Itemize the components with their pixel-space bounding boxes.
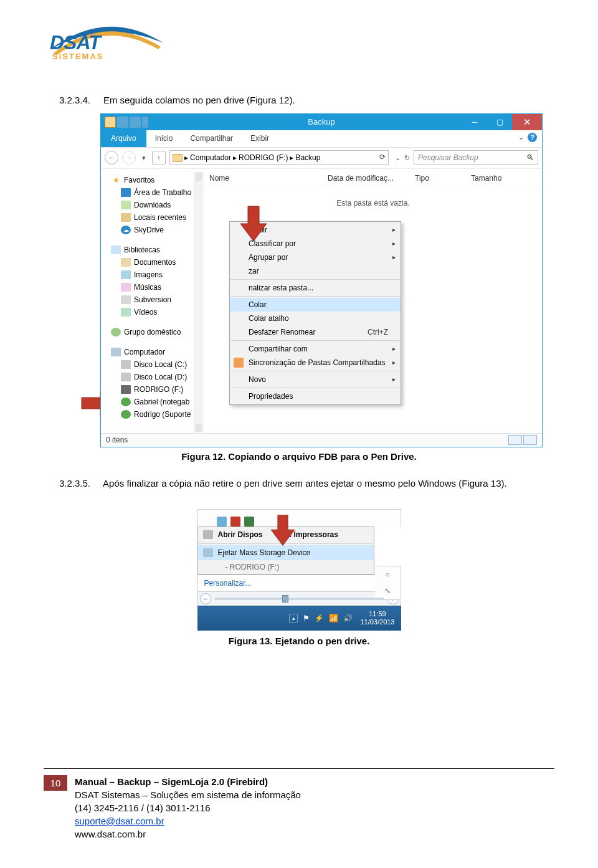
status-text: 0 itens bbox=[106, 436, 128, 444]
tree-skydrive[interactable]: ☁SkyDrive bbox=[105, 224, 204, 236]
tree-disk-c[interactable]: Disco Local (C:) bbox=[105, 358, 204, 371]
addr-dropdown-icon[interactable]: ⌄ bbox=[395, 154, 401, 162]
minimize-button[interactable]: ─ bbox=[462, 114, 487, 130]
col-name[interactable]: Nome bbox=[204, 174, 323, 183]
ribbon-view-tab[interactable]: Exibir bbox=[242, 130, 278, 147]
qat-icon[interactable] bbox=[117, 117, 128, 128]
tree-downloads[interactable]: Downloads bbox=[105, 199, 204, 211]
nav-scrollbar[interactable] bbox=[194, 172, 203, 432]
back-button[interactable]: ← bbox=[105, 151, 118, 165]
fig13-container: Abrir Dispos e Impressoras Ejetar Mass S… bbox=[197, 509, 401, 631]
qat-dropdown-icon[interactable] bbox=[142, 117, 148, 128]
taskbar-clock[interactable]: 11:59 11/03/2013 bbox=[356, 610, 398, 626]
cm-personalizar-pasta[interactable]: nalizar esta pasta... bbox=[230, 281, 401, 295]
f13-side-strip: ○ ⤡ bbox=[375, 566, 401, 600]
zoom-out-button[interactable]: − bbox=[200, 593, 211, 604]
footer-email-link[interactable]: suporte@dsat.com.br bbox=[75, 816, 164, 826]
tree-desktop[interactable]: Área de Trabalho bbox=[105, 186, 204, 199]
flag-icon[interactable]: ⚑ bbox=[303, 614, 310, 622]
expand-ribbon-icon[interactable]: ⌄ bbox=[518, 133, 524, 141]
tree-rodrigo-f[interactable]: RODRIGO (F:) bbox=[105, 383, 204, 396]
column-headers[interactable]: Nome Data de modificaç... Tipo Tamanho bbox=[204, 171, 542, 186]
logo-main: DSAT bbox=[50, 31, 100, 54]
f13-top-strip bbox=[197, 509, 401, 527]
zoom-slider[interactable]: − + bbox=[197, 592, 401, 606]
tray-expand-icon[interactable]: ▴ bbox=[289, 614, 298, 622]
breadcrumb-item[interactable]: RODRIGO (F:) bbox=[239, 153, 288, 162]
ribbon-home-tab[interactable]: Início bbox=[146, 130, 182, 147]
tree-libraries[interactable]: Bibliotecas bbox=[105, 244, 204, 256]
slider-track[interactable] bbox=[215, 598, 384, 600]
red-arrow-down-icon bbox=[239, 205, 268, 242]
context-menu: Exibir Classificar por Agrupar por zar n… bbox=[229, 221, 401, 405]
cm-novo[interactable]: Novo bbox=[230, 373, 401, 386]
help-icon[interactable]: ? bbox=[528, 133, 537, 142]
maximize-button[interactable]: ▢ bbox=[487, 114, 512, 130]
breadcrumb-sep: ▸ bbox=[184, 153, 188, 162]
slider-thumb[interactable] bbox=[282, 595, 288, 603]
breadcrumb-item[interactable]: Computador bbox=[190, 153, 231, 162]
folder-icon bbox=[173, 154, 183, 162]
col-type[interactable]: Tipo bbox=[410, 174, 466, 183]
menu-eject-subitem[interactable]: - RODRIGO (F:) bbox=[198, 560, 374, 574]
qat-icon[interactable] bbox=[130, 117, 141, 128]
title-bar[interactable]: Backup ─ ▢ ✕ bbox=[101, 114, 542, 130]
cm-colar-atalho[interactable]: Colar atalho bbox=[230, 312, 401, 325]
network-icon[interactable]: 📶 bbox=[329, 614, 338, 622]
cm-compartilhar[interactable]: Compartilhar com bbox=[230, 342, 401, 356]
tree-disk-d[interactable]: Disco Local (D:) bbox=[105, 371, 204, 383]
tree-rodrigo-suporte[interactable]: Rodrigo (Suporte bbox=[105, 408, 204, 421]
tree-homegroup[interactable]: Grupo doméstico bbox=[105, 326, 204, 338]
sec-text: Em seguida colamos no pen drive (Figura … bbox=[103, 95, 295, 105]
search-input[interactable]: Pesquisar Backup 🔍︎ bbox=[414, 150, 538, 165]
address-bar[interactable]: ▸ Computador ▸ RODRIGO (F:) ▸ Backup ⟳ bbox=[169, 150, 389, 165]
tree-computer[interactable]: Computador bbox=[105, 346, 204, 358]
col-size[interactable]: Tamanho bbox=[466, 174, 506, 183]
content-pane[interactable]: Nome Data de modificaç... Tipo Tamanho E… bbox=[204, 171, 542, 433]
tree-videos[interactable]: Vídeos bbox=[105, 306, 204, 318]
volume-icon[interactable]: 🔊 bbox=[343, 614, 353, 622]
address-bar-row: ← → ▾ ↑ ▸ Computador ▸ RODRIGO (F:) ▸ Ba… bbox=[101, 148, 542, 169]
tree-documents[interactable]: Documentos bbox=[105, 256, 204, 269]
ribbon: Arquivo Início Compartilhar Exibir ⌄ ? bbox=[101, 130, 542, 148]
drive-icon bbox=[203, 548, 213, 557]
cm-atualizar[interactable]: zar bbox=[230, 264, 401, 278]
view-details-button[interactable] bbox=[508, 435, 522, 445]
status-bar: 0 itens bbox=[101, 433, 542, 447]
close-button[interactable]: ✕ bbox=[512, 114, 542, 130]
tree-music[interactable]: Músicas bbox=[105, 281, 204, 293]
breadcrumb-item[interactable]: Backup bbox=[295, 153, 320, 162]
tray-mini-icon bbox=[244, 517, 254, 527]
breadcrumb-sep: ▸ bbox=[233, 153, 237, 162]
power-icon[interactable]: ⚡ bbox=[315, 614, 324, 622]
tree-gabriel[interactable]: Gabriel (notegab bbox=[105, 396, 204, 408]
forward-button[interactable]: → bbox=[122, 151, 136, 165]
page-footer: 10 Manual – Backup – SigemLoja 2.0 (Fire… bbox=[0, 768, 598, 841]
explorer-window: Backup ─ ▢ ✕ Arquivo Início Compartilhar… bbox=[100, 113, 543, 447]
addr-refresh-icon[interactable]: ↻ bbox=[404, 154, 410, 162]
taskbar[interactable]: ▴ ⚑ ⚡ 📶 🔊 11:59 11/03/2013 bbox=[197, 606, 401, 631]
footer-company: DSAT Sistemas – Soluções em sistema de i… bbox=[75, 788, 301, 801]
search-icon: 🔍︎ bbox=[526, 153, 534, 162]
cm-sincronizacao[interactable]: Sincronização de Pastas Compartilhadas bbox=[230, 356, 401, 370]
refresh-icon[interactable]: ⟳ bbox=[379, 153, 386, 161]
ribbon-share-tab[interactable]: Compartilhar bbox=[181, 130, 242, 147]
view-icons-button[interactable] bbox=[523, 435, 537, 445]
tree-pictures[interactable]: Imagens bbox=[105, 269, 204, 281]
navigation-pane[interactable]: ★Favoritos Área de Trabalho Downloads Lo… bbox=[101, 171, 204, 433]
sec-num: 3.2.3.4. bbox=[59, 95, 90, 105]
ribbon-file-tab[interactable]: Arquivo bbox=[101, 130, 146, 147]
tree-recent[interactable]: Locais recentes bbox=[105, 211, 204, 224]
tree-subversion[interactable]: Subversion bbox=[105, 293, 204, 306]
col-date[interactable]: Data de modificaç... bbox=[323, 174, 410, 183]
tree-favorites[interactable]: ★Favoritos bbox=[105, 174, 204, 186]
footer-site: www.dsat.com.br bbox=[75, 827, 301, 841]
up-button[interactable]: ↑ bbox=[152, 151, 166, 165]
cm-agrupar[interactable]: Agrupar por bbox=[230, 250, 401, 264]
history-dropdown-icon[interactable]: ▾ bbox=[140, 151, 148, 165]
paragraph-3234: 3.2.3.4. Em seguida colamos no pen drive… bbox=[59, 93, 554, 107]
cm-propriedades[interactable]: Propriedades bbox=[230, 389, 401, 403]
cm-desfazer[interactable]: Desfazer RenomearCtrl+Z bbox=[230, 325, 401, 339]
cm-colar[interactable]: Colar bbox=[230, 298, 401, 312]
menu-personalizar[interactable]: Personalizar... bbox=[197, 575, 401, 592]
